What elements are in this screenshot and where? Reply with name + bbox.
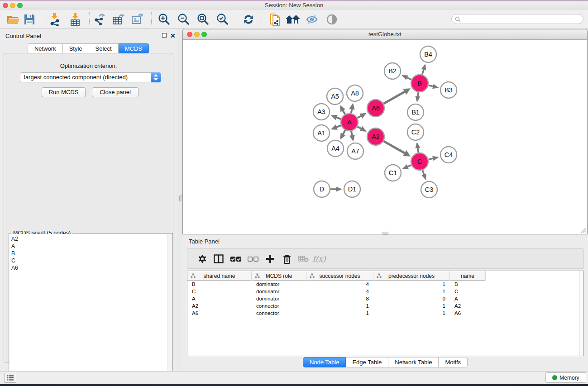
node-A6[interactable]: A6 [367,100,384,117]
edge-C-C3[interactable] [421,170,426,180]
column-view-icon[interactable] [211,252,226,266]
network-zoom-traffic-light[interactable] [201,32,207,37]
delete-table-icon[interactable] [296,252,311,266]
node-A8[interactable]: A8 [347,85,363,101]
zoom-selected-icon[interactable] [215,12,230,27]
edge-C-C1[interactable] [402,164,411,169]
node-A[interactable]: A [341,114,358,131]
table-row[interactable]: Adominator80A [187,295,583,302]
close-panel-button[interactable]: Close panel [92,87,139,97]
node-A5[interactable]: A5 [327,88,343,105]
export-network-icon[interactable] [92,12,107,27]
zoom-out-icon[interactable] [176,12,191,27]
close-panel-icon[interactable]: ✕ [170,33,176,38]
node-A7[interactable]: A7 [347,143,363,159]
node-C2[interactable]: C2 [407,124,424,140]
edge-C-C4[interactable] [428,156,439,161]
table-scrollbar[interactable] [579,271,583,356]
tab-mcds[interactable]: MCDS [119,43,149,53]
edge-A6-B[interactable] [383,88,411,104]
mcds-result-list[interactable]: A2ABCA6 [10,234,168,385]
node-C[interactable]: C [411,153,428,170]
mcds-result-item[interactable]: A2 [11,235,168,243]
network-graph[interactable]: B4B2BB3B1A5A8A6A3AA1A4A7A2C2C4CC1C3DD1 [183,40,587,234]
network-canvas[interactable]: B4B2BB3B1A5A8A6A3AA1A4A7A2C2C4CC1C3DD1 [183,40,587,234]
mcds-result-item[interactable]: C [11,257,168,264]
tab-select[interactable]: Select [89,43,119,53]
edge-A-A1[interactable] [331,124,341,130]
mcds-result-item[interactable]: A6 [11,264,168,272]
clone-network-icon[interactable] [267,12,282,27]
table-row[interactable]: Cdominator41C [187,288,583,295]
float-panel-icon[interactable] [162,33,167,38]
run-mcds-button[interactable]: Run MCDS [42,87,86,97]
node-B4[interactable]: B4 [420,46,436,62]
select-all-icon[interactable] [229,252,243,266]
edge-A2-C[interactable] [383,141,411,157]
column-header-predecessor-nodes[interactable]: predecessor nodes [373,271,450,281]
import-table-icon[interactable] [67,12,83,27]
node-A4[interactable]: A4 [327,140,344,157]
node-B2[interactable]: B2 [384,63,401,79]
node-table[interactable]: shared nameMCDS rolesuccessor nodesprede… [187,271,584,356]
tab-network[interactable]: Network [28,43,63,53]
tab-style[interactable]: Style [63,43,89,53]
node-D1[interactable]: D1 [344,181,360,197]
search-input[interactable] [451,14,583,24]
node-B3[interactable]: B3 [440,82,457,98]
show-panels-icon[interactable] [324,12,339,27]
node-C4[interactable]: C4 [440,147,457,163]
column-header-shared-name[interactable]: shared name [187,271,252,281]
edge-D-D1[interactable] [330,186,342,191]
column-header-successor-nodes[interactable]: successor nodes [306,271,373,281]
node-A1[interactable]: A1 [313,125,330,141]
export-table-icon[interactable] [111,12,126,27]
tab-motifs[interactable]: Motifs [439,357,468,367]
mcds-result-item[interactable]: B [11,250,168,257]
edge-C-C2[interactable] [415,142,420,152]
function-builder-icon[interactable]: f(x) [312,252,326,266]
task-history-button[interactable] [5,373,16,383]
minimize-traffic-light[interactable] [10,3,15,8]
table-row[interactable]: Bdominator41B [187,281,583,288]
edge-B-B1[interactable] [415,92,420,102]
memory-button[interactable]: Memory [545,372,586,383]
edge-A-A8[interactable] [349,103,354,114]
mcds-result-scrollbar[interactable] [167,234,172,385]
column-header-name[interactable]: name [450,271,486,281]
zoom-fit-icon[interactable] [195,12,210,27]
edge-A-A4[interactable] [340,130,345,140]
mcds-result-item[interactable]: A [11,243,168,250]
add-column-icon[interactable] [263,252,277,266]
table-row[interactable]: A2connector11A2 [187,302,583,310]
node-A3[interactable]: A3 [313,104,330,120]
node-D[interactable]: D [314,181,330,197]
edge-A-A6[interactable] [358,113,367,119]
open-file-icon[interactable] [5,12,21,27]
delete-icon[interactable] [280,252,294,266]
zoom-in-icon[interactable] [156,12,172,27]
node-B1[interactable]: B1 [407,104,424,120]
network-close-traffic-light[interactable] [187,32,192,37]
hide-panels-icon[interactable] [305,12,320,27]
edge-B-B4[interactable] [421,64,426,75]
edge-B-B2[interactable] [402,75,411,80]
node-C3[interactable]: C3 [421,181,437,198]
column-header-MCDS-role[interactable]: MCDS role [252,271,306,281]
export-image-icon[interactable] [130,12,145,27]
node-A2[interactable]: A2 [367,128,384,145]
node-C1[interactable]: C1 [385,165,401,181]
edge-B-B3[interactable] [428,84,439,89]
gear-icon[interactable] [195,252,209,266]
tab-node-table[interactable]: Node Table [303,357,346,367]
edge-A-A2[interactable] [358,126,367,132]
close-traffic-light[interactable] [3,3,8,8]
divider-handle[interactable] [382,232,388,235]
edge-A-A5[interactable] [340,105,345,114]
network-window-titlebar[interactable]: testGlobe.txt [183,29,587,40]
tab-edge-table[interactable]: Edge Table [346,357,388,367]
edge-A-A7[interactable] [349,131,355,142]
node-B[interactable]: B [411,75,428,92]
edge-A-A3[interactable] [331,115,341,120]
refresh-icon[interactable] [241,12,256,27]
